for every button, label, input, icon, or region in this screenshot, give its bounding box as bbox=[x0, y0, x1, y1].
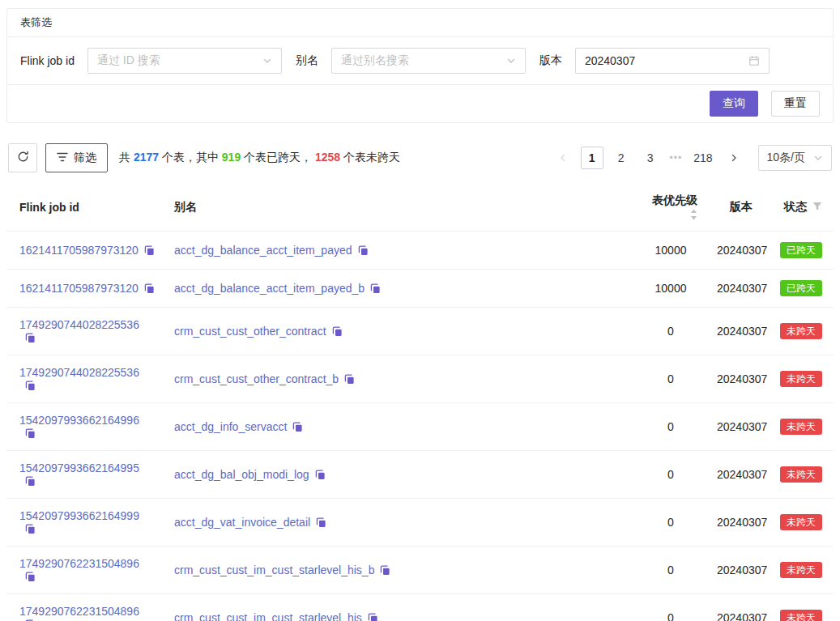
version-input-value: 20240307 bbox=[585, 54, 635, 67]
flink-job-id-link[interactable]: 1621411705987973120 bbox=[19, 282, 139, 295]
copy-icon[interactable] bbox=[25, 333, 36, 343]
flink-job-id-link[interactable]: 1749290762231504896 bbox=[19, 557, 139, 570]
column-header-flink-job-id: Flink job id bbox=[6, 184, 164, 232]
alias-link[interactable]: crm_cust_cust_other_contract_b bbox=[174, 372, 339, 385]
alias-link[interactable]: acct_dg_bal_obj_modi_log bbox=[174, 468, 309, 481]
filter-toggle-button[interactable]: 筛选 bbox=[45, 143, 108, 172]
refresh-button[interactable] bbox=[8, 143, 37, 172]
status-badge: 未跨天 bbox=[780, 466, 822, 483]
flink-job-id-placeholder: 通过 ID 搜索 bbox=[97, 53, 160, 68]
flink-job-id-link[interactable]: 1542097993662164995 bbox=[19, 461, 139, 474]
page-button-218[interactable]: 218 bbox=[690, 147, 715, 169]
chevron-down-icon bbox=[813, 153, 823, 163]
status-badge: 未跨天 bbox=[780, 323, 822, 339]
filter-funnel-icon[interactable] bbox=[812, 202, 822, 211]
copy-icon[interactable] bbox=[25, 524, 36, 534]
alias-link[interactable]: acct_dg_balance_acct_item_payed_b bbox=[174, 282, 365, 295]
flink-job-id-link[interactable]: 1749290744028225536 bbox=[19, 366, 139, 379]
table-row: 1621411705987973120acct_dg_balance_acct_… bbox=[6, 270, 834, 308]
filter-card: 表筛选 Flink job id 通过 ID 搜索 别名 通过别名搜索 bbox=[6, 8, 834, 123]
alias-link[interactable]: crm_cust_cust_im_cust_starlevel_his_b bbox=[174, 564, 374, 576]
page-button-1[interactable]: 1 bbox=[581, 147, 603, 169]
alias-link[interactable]: crm_cust_cust_other_contract bbox=[174, 325, 326, 338]
copy-icon[interactable] bbox=[368, 613, 378, 621]
page-size-label: 10条/页 bbox=[767, 151, 805, 165]
alias-link[interactable]: acct_dg_balance_acct_item_payed bbox=[174, 244, 352, 257]
version-cell: 20240307 bbox=[707, 594, 762, 621]
summary-part: 个表未跨天 bbox=[340, 151, 400, 164]
flink-job-id-label: Flink job id bbox=[20, 54, 75, 67]
filter-toggle-label: 筛选 bbox=[74, 151, 96, 165]
copy-icon[interactable] bbox=[25, 428, 36, 439]
alias-link[interactable]: acct_dg_vat_invoice_detail bbox=[174, 516, 310, 529]
sort-icon[interactable] bbox=[690, 209, 697, 220]
priority-cell: 0 bbox=[634, 594, 707, 621]
next-page-button[interactable] bbox=[723, 147, 745, 169]
alias-link[interactable]: acct_dg_info_servacct bbox=[174, 420, 287, 433]
copy-icon[interactable] bbox=[292, 422, 303, 432]
status-badge: 已跨天 bbox=[780, 242, 822, 258]
pagination-ellipsis: ••• bbox=[668, 152, 684, 164]
column-header-status: 状态 bbox=[762, 184, 834, 232]
priority-cell: 0 bbox=[634, 547, 707, 594]
copy-icon[interactable] bbox=[25, 476, 36, 487]
status-badge: 已跨天 bbox=[780, 280, 822, 296]
version-cell: 20240307 bbox=[707, 547, 762, 594]
alias-select[interactable]: 通过别名搜索 bbox=[331, 48, 526, 74]
chevron-down-icon bbox=[506, 56, 516, 66]
version-cell: 20240307 bbox=[707, 308, 762, 355]
summary-part: 共 bbox=[119, 151, 134, 164]
copy-icon[interactable] bbox=[370, 283, 381, 294]
page-button-2[interactable]: 2 bbox=[610, 147, 633, 169]
filter-lines-icon bbox=[57, 151, 68, 164]
table-row: 1621411705987973120acct_dg_balance_acct_… bbox=[6, 232, 834, 270]
column-header-version: 版本 bbox=[707, 184, 762, 232]
copy-icon[interactable] bbox=[344, 374, 355, 385]
summary-text: 共 2177 个表，其中 919 个表已跨天， 1258 个表未跨天 bbox=[119, 151, 400, 165]
flink-job-id-field: Flink job id 通过 ID 搜索 bbox=[20, 48, 282, 74]
copy-icon[interactable] bbox=[358, 245, 369, 256]
refresh-icon bbox=[17, 151, 29, 165]
version-cell: 20240307 bbox=[707, 451, 762, 499]
copy-icon[interactable] bbox=[332, 326, 343, 337]
flink-job-id-link[interactable]: 1542097993662164999 bbox=[19, 509, 139, 522]
alias-field: 别名 通过别名搜索 bbox=[296, 48, 526, 74]
prev-page-button[interactable] bbox=[552, 147, 574, 169]
flink-job-id-link[interactable]: 1749290762231504896 bbox=[19, 605, 139, 618]
flink-job-id-link[interactable]: 1621411705987973120 bbox=[19, 244, 139, 257]
alias-link[interactable]: crm_cust_cust_im_cust_starlevel_his bbox=[174, 611, 362, 621]
status-badge: 未跨天 bbox=[780, 371, 822, 387]
priority-cell: 0 bbox=[634, 499, 707, 547]
data-table: Flink job id 别名 表优先级 版本 状态 1621411705987… bbox=[6, 184, 834, 621]
flink-job-id-link[interactable]: 1542097993662164996 bbox=[19, 414, 139, 427]
version-date-input[interactable]: 20240307 bbox=[575, 48, 770, 74]
table-header-row: Flink job id 别名 表优先级 版本 状态 bbox=[6, 184, 834, 232]
page-button-3[interactable]: 3 bbox=[639, 147, 662, 169]
chevron-down-icon bbox=[262, 56, 272, 66]
summary-part: 个表，其中 bbox=[159, 151, 222, 164]
toolbar: 筛选 共 2177 个表，其中 919 个表已跨天， 1258 个表未跨天 12… bbox=[6, 143, 834, 172]
copy-icon[interactable] bbox=[315, 470, 326, 480]
reset-button[interactable]: 重置 bbox=[771, 91, 820, 117]
page-size-select[interactable]: 10条/页 bbox=[758, 145, 832, 171]
copy-icon[interactable] bbox=[25, 572, 36, 582]
table-body: 1621411705987973120acct_dg_balance_acct_… bbox=[6, 232, 834, 621]
copy-icon[interactable] bbox=[144, 245, 155, 256]
flink-job-id-link[interactable]: 1749290744028225536 bbox=[19, 318, 139, 331]
filter-card-header: 表筛选 bbox=[7, 9, 833, 37]
flink-job-id-select[interactable]: 通过 ID 搜索 bbox=[87, 48, 282, 74]
filter-row: Flink job id 通过 ID 搜索 别名 通过别名搜索 bbox=[7, 37, 833, 85]
status-badge: 未跨天 bbox=[780, 562, 822, 578]
table-row: 1749290762231504896crm_cust_cust_im_cust… bbox=[6, 547, 834, 594]
query-button[interactable]: 查询 bbox=[710, 91, 758, 117]
table-row: 1749290762231504896crm_cust_cust_im_cust… bbox=[6, 594, 834, 621]
priority-cell: 0 bbox=[634, 403, 707, 451]
copy-icon[interactable] bbox=[144, 283, 155, 294]
copy-icon[interactable] bbox=[316, 517, 326, 528]
table-row: 1542097993662164995acct_dg_bal_obj_modi_… bbox=[6, 451, 834, 499]
copy-icon[interactable] bbox=[25, 381, 36, 391]
filter-card-title: 表筛选 bbox=[20, 16, 52, 28]
copy-icon[interactable] bbox=[380, 565, 390, 576]
page: 表筛选 Flink job id 通过 ID 搜索 别名 通过别名搜索 bbox=[0, 0, 840, 621]
table-row: 1749290744028225536crm_cust_cust_other_c… bbox=[6, 355, 834, 403]
